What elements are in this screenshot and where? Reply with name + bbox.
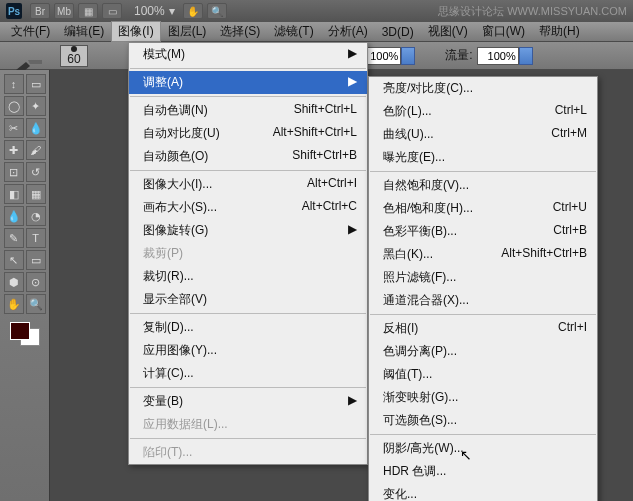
menu-help[interactable]: 帮助(H): [532, 21, 587, 42]
brush-size: 60: [67, 52, 80, 66]
zoom-level[interactable]: 100%: [134, 4, 165, 18]
color-swatch[interactable]: [10, 322, 40, 346]
view-extras-button[interactable]: ▦: [78, 3, 98, 19]
menu-item[interactable]: 色彩平衡(B)...Ctrl+B: [369, 220, 597, 243]
zoom-tool-button[interactable]: 🔍: [207, 3, 227, 19]
minibridge-button[interactable]: Mb: [54, 3, 74, 19]
marquee-tool[interactable]: ▭: [26, 74, 46, 94]
zoom-dropdown-icon[interactable]: ▾: [169, 4, 175, 18]
menu-item[interactable]: 自动色调(N)Shift+Ctrl+L: [129, 99, 367, 122]
menu-item[interactable]: 调整(A)▶: [129, 71, 367, 94]
eyedropper-tool[interactable]: 💧: [26, 118, 46, 138]
move-tool[interactable]: ↕: [4, 74, 24, 94]
menubar: 文件(F) 编辑(E) 图像(I) 图层(L) 选择(S) 滤镜(T) 分析(A…: [0, 22, 633, 42]
menu-window[interactable]: 窗口(W): [475, 21, 532, 42]
menu-item[interactable]: 黑白(K)...Alt+Shift+Ctrl+B: [369, 243, 597, 266]
menu-item-label: 渐变映射(G)...: [383, 389, 458, 406]
wand-tool[interactable]: ✦: [26, 96, 46, 116]
menu-item[interactable]: 模式(M)▶: [129, 43, 367, 66]
opacity-slider-icon[interactable]: [401, 47, 415, 65]
brush-tool[interactable]: 🖌: [26, 140, 46, 160]
menu-separator: [370, 314, 596, 315]
menu-item[interactable]: 反相(I)Ctrl+I: [369, 317, 597, 340]
menu-item[interactable]: 应用图像(Y)...: [129, 339, 367, 362]
gradient-tool[interactable]: ▦: [26, 184, 46, 204]
menu-item[interactable]: 图像旋转(G)▶: [129, 219, 367, 242]
menu-item-label: 复制(D)...: [143, 319, 194, 336]
menu-item[interactable]: 复制(D)...: [129, 316, 367, 339]
menu-item-label: 计算(C)...: [143, 365, 194, 382]
stamp-tool[interactable]: ⊡: [4, 162, 24, 182]
menu-item-label: 裁剪(P): [143, 245, 183, 262]
submenu-arrow-icon: ▶: [348, 222, 357, 239]
menu-item[interactable]: 变量(B)▶: [129, 390, 367, 413]
pen-tool[interactable]: ✎: [4, 228, 24, 248]
menu-item[interactable]: 照片滤镜(F)...: [369, 266, 597, 289]
menu-3d[interactable]: 3D(D): [375, 23, 421, 41]
brush-preset-picker[interactable]: 60: [60, 45, 88, 67]
menu-item[interactable]: 色相/饱和度(H)...Ctrl+U: [369, 197, 597, 220]
menu-filter[interactable]: 滤镜(T): [267, 21, 320, 42]
submenu-arrow-icon: ▶: [348, 46, 357, 63]
menu-item[interactable]: 变化...: [369, 483, 597, 501]
lasso-tool[interactable]: ◯: [4, 96, 24, 116]
menu-view[interactable]: 视图(V): [421, 21, 475, 42]
menu-item[interactable]: 色阶(L)...Ctrl+L: [369, 100, 597, 123]
menu-shortcut: Shift+Ctrl+L: [294, 102, 357, 119]
eraser-tool[interactable]: ◧: [4, 184, 24, 204]
menu-item[interactable]: 渐变映射(G)...: [369, 386, 597, 409]
menu-item[interactable]: 亮度/对比度(C)...: [369, 77, 597, 100]
menu-item-label: 画布大小(S)...: [143, 199, 217, 216]
hand-tool-button[interactable]: ✋: [183, 3, 203, 19]
menu-select[interactable]: 选择(S): [213, 21, 267, 42]
foreground-color[interactable]: [10, 322, 30, 340]
flow-input[interactable]: [477, 47, 519, 65]
menu-item[interactable]: 可选颜色(S)...: [369, 409, 597, 432]
zoom-tool[interactable]: 🔍: [26, 294, 46, 314]
3d-tool[interactable]: ⬢: [4, 272, 24, 292]
menu-item[interactable]: 通道混合器(X)...: [369, 289, 597, 312]
image-menu-dropdown: 模式(M)▶调整(A)▶自动色调(N)Shift+Ctrl+L自动对比度(U)A…: [128, 42, 368, 465]
menu-item: 应用数据组(L)...: [129, 413, 367, 436]
menu-item[interactable]: 自动对比度(U)Alt+Shift+Ctrl+L: [129, 122, 367, 145]
dodge-tool[interactable]: ◔: [26, 206, 46, 226]
arrange-button[interactable]: ▭: [102, 3, 122, 19]
path-tool[interactable]: ↖: [4, 250, 24, 270]
menu-item[interactable]: 色调分离(P)...: [369, 340, 597, 363]
crop-tool[interactable]: ✂: [4, 118, 24, 138]
menu-edit[interactable]: 编辑(E): [57, 21, 111, 42]
menu-item[interactable]: HDR 色调...: [369, 460, 597, 483]
menu-item[interactable]: 图像大小(I)...Alt+Ctrl+I: [129, 173, 367, 196]
shape-tool[interactable]: ▭: [26, 250, 46, 270]
history-brush-tool[interactable]: ↺: [26, 162, 46, 182]
healing-tool[interactable]: ✚: [4, 140, 24, 160]
menu-item-label: 曝光度(E)...: [383, 149, 445, 166]
menu-item[interactable]: 显示全部(V): [129, 288, 367, 311]
hand-tool[interactable]: ✋: [4, 294, 24, 314]
menu-image[interactable]: 图像(I): [111, 21, 160, 42]
menu-item[interactable]: 自然饱和度(V)...: [369, 174, 597, 197]
menu-item[interactable]: 阴影/高光(W)...: [369, 437, 597, 460]
type-tool[interactable]: T: [26, 228, 46, 248]
menu-layer[interactable]: 图层(L): [161, 21, 214, 42]
menu-item[interactable]: 曲线(U)...Ctrl+M: [369, 123, 597, 146]
menu-item[interactable]: 曝光度(E)...: [369, 146, 597, 169]
menu-analysis[interactable]: 分析(A): [321, 21, 375, 42]
menu-item[interactable]: 自动颜色(O)Shift+Ctrl+B: [129, 145, 367, 168]
menu-file[interactable]: 文件(F): [4, 21, 57, 42]
bridge-button[interactable]: Br: [30, 3, 50, 19]
menu-item-label: 图像大小(I)...: [143, 176, 212, 193]
menu-item[interactable]: 裁切(R)...: [129, 265, 367, 288]
menu-item-label: 裁切(R)...: [143, 268, 194, 285]
menu-item[interactable]: 阈值(T)...: [369, 363, 597, 386]
menu-item-label: 变化...: [383, 486, 417, 501]
menu-item[interactable]: 画布大小(S)...Alt+Ctrl+C: [129, 196, 367, 219]
flow-slider-icon[interactable]: [519, 47, 533, 65]
menu-shortcut: Ctrl+B: [553, 223, 587, 240]
titlebar: Ps Br Mb ▦ ▭ 100% ▾ ✋ 🔍 思缘设计论坛 WWW.MISSY…: [0, 0, 633, 22]
blur-tool[interactable]: 💧: [4, 206, 24, 226]
menu-separator: [130, 96, 366, 97]
camera-tool[interactable]: ⊙: [26, 272, 46, 292]
menu-item-label: 亮度/对比度(C)...: [383, 80, 473, 97]
menu-item[interactable]: 计算(C)...: [129, 362, 367, 385]
